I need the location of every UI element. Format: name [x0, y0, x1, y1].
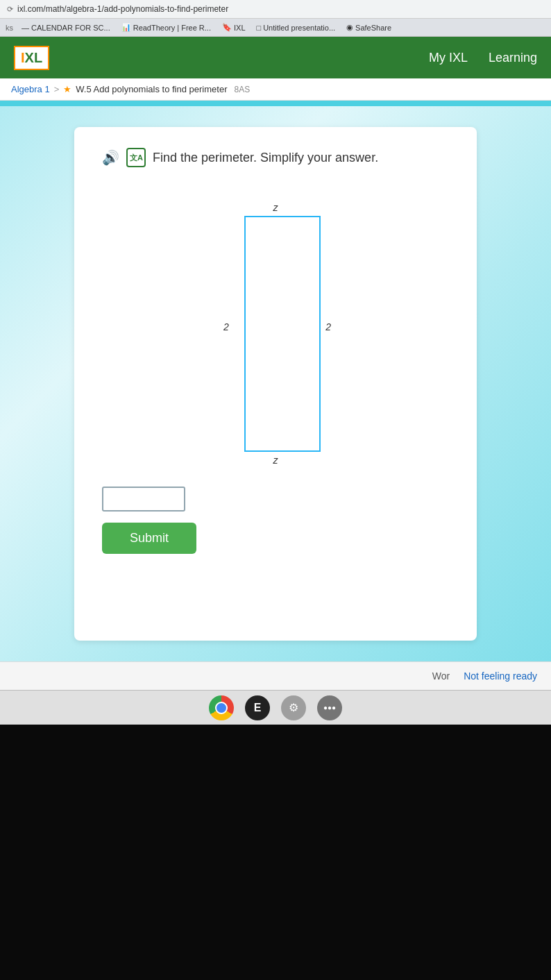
ixl-nav: My IXL Learning — [429, 51, 537, 65]
breadcrumb-star: ★ — [63, 84, 71, 94]
refresh-icon[interactable]: ⟳ — [7, 5, 13, 14]
ixl-bk-icon: 🔖 — [222, 23, 232, 32]
bookmark-safeshare-label: SafeShare — [355, 24, 391, 32]
address-text[interactable]: ixl.com/math/algebra-1/add-polynomials-t… — [17, 4, 228, 14]
bookmark-calendar[interactable]: — CALENDAR FOR SC... — [19, 22, 113, 33]
rectangle-shape — [244, 216, 321, 452]
browser-chrome: ⟳ ixl.com/math/algebra-1/add-polynomials… — [0, 0, 551, 37]
rectangle-wrapper: z 2 2 z — [230, 202, 321, 452]
submit-button[interactable]: Submit — [102, 523, 196, 554]
right-label: 2 — [325, 321, 331, 332]
teal-accent-bar — [0, 101, 551, 106]
more-icon-symbol: ●●● — [323, 704, 336, 711]
question-card: 🔊 文A Find the perimeter. Simplify your a… — [74, 127, 477, 641]
svg-text:文A: 文A — [130, 153, 143, 162]
address-bar: ⟳ ixl.com/math/algebra-1/add-polynomials… — [0, 0, 551, 19]
readtheory-icon: 📊 — [121, 23, 131, 32]
breadcrumb-course[interactable]: Algebra 1 — [11, 84, 50, 94]
bookmark-readtheory-label: ReadTheory | Free R... — [133, 24, 211, 32]
main-content: 🔊 文A Find the perimeter. Simplify your a… — [0, 106, 551, 661]
diagram-container: z 2 2 z — [102, 188, 449, 466]
top-label: z — [273, 202, 278, 213]
bookmark-safeshare[interactable]: ◉ SafeShare — [344, 22, 394, 33]
speaker-icon[interactable]: 🔊 — [102, 149, 119, 166]
e-icon-label: E — [254, 702, 262, 714]
not-ready-label[interactable]: Not feeling ready — [464, 670, 537, 682]
chrome-taskbar-icon[interactable] — [209, 695, 234, 720]
e-taskbar-icon[interactable]: E — [245, 695, 270, 720]
bookmark-ixl[interactable]: 🔖 IXL — [219, 22, 248, 33]
bottom-label: z — [273, 455, 278, 466]
bookmark-slides-label: Untitled presentatio... — [263, 24, 335, 32]
bookmark-ixl-label: IXL — [234, 24, 246, 32]
answer-section: Submit — [102, 487, 449, 554]
logo-xl: XL — [25, 50, 43, 66]
breadcrumb-section: W.5 Add polynomials to find perimeter — [76, 84, 227, 94]
left-label: 2 — [223, 321, 229, 332]
slides-icon: □ — [257, 24, 262, 32]
wording-label: Wor — [432, 670, 450, 682]
breadcrumb-code: 8AS — [234, 85, 250, 94]
ixl-logo[interactable]: I XL — [14, 46, 49, 70]
bookmark-label: ks — [6, 24, 13, 32]
breadcrumb-separator: > — [54, 84, 60, 94]
question-instruction: Find the perimeter. Simplify your answer… — [153, 151, 378, 165]
bookmark-calendar-label: CALENDAR FOR SC... — [31, 24, 110, 32]
taskbar: E ⚙ ●●● — [0, 690, 551, 725]
question-header: 🔊 文A Find the perimeter. Simplify your a… — [102, 148, 449, 167]
settings-icon-symbol: ⚙ — [289, 701, 298, 714]
nav-myixl[interactable]: My IXL — [429, 51, 468, 65]
bookmark-calendar-icon: — — [22, 24, 29, 32]
black-bottom-area — [0, 725, 551, 980]
bookmark-slides[interactable]: □ Untitled presentatio... — [254, 22, 339, 33]
answer-input[interactable] — [102, 487, 185, 512]
bottom-section: Wor Not feeling ready — [0, 661, 551, 690]
safeshare-icon: ◉ — [346, 23, 353, 32]
bookmark-readtheory[interactable]: 📊 ReadTheory | Free R... — [119, 22, 214, 33]
nav-learning[interactable]: Learning — [489, 51, 537, 65]
breadcrumb: Algebra 1 > ★ W.5 Add polynomials to fin… — [0, 78, 551, 101]
translate-icon[interactable]: 文A — [126, 148, 146, 167]
ixl-header: I XL My IXL Learning — [0, 37, 551, 78]
more-taskbar-icon[interactable]: ●●● — [317, 695, 342, 720]
bookmarks-bar: ks — CALENDAR FOR SC... 📊 ReadTheory | F… — [0, 19, 551, 37]
settings-taskbar-icon[interactable]: ⚙ — [281, 695, 306, 720]
